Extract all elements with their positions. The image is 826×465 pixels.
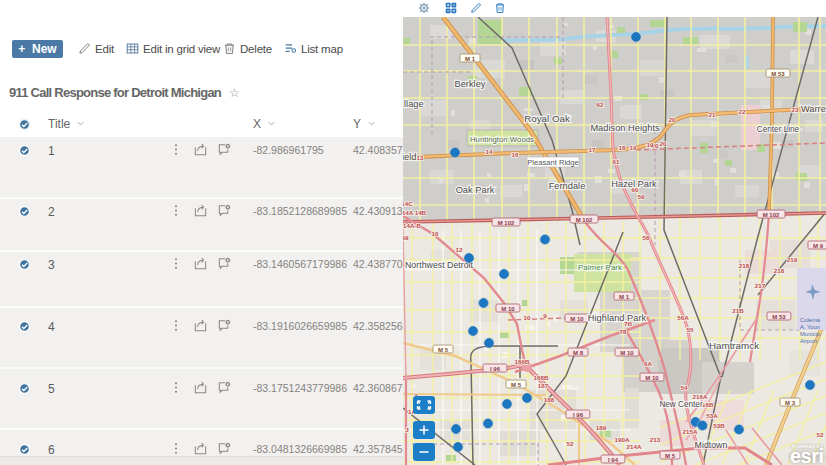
svg-text:M 1: M 1 [465, 56, 476, 62]
svg-text:214A: 214A [627, 443, 642, 450]
svg-text:llage: llage [404, 99, 424, 109]
svg-text:Warren: Warren [801, 104, 826, 114]
svg-text:216A: 216A [693, 393, 708, 400]
svg-text:13: 13 [417, 154, 424, 161]
svg-text:14A-B: 14A-B [403, 222, 421, 229]
svg-text:New Center: New Center [659, 400, 703, 409]
svg-text:M 8: M 8 [573, 350, 584, 356]
svg-text:53A: 53A [706, 412, 718, 419]
svg-text:218: 218 [739, 262, 750, 269]
svg-text:Royal Oak: Royal Oak [524, 113, 570, 124]
svg-text:52: 52 [567, 440, 574, 447]
svg-text:10: 10 [524, 314, 531, 321]
svg-text:M 53: M 53 [771, 71, 785, 77]
svg-text:188: 188 [544, 396, 555, 403]
svg-text:10: 10 [432, 230, 439, 237]
svg-text:Colema: Colema [800, 317, 821, 323]
svg-text:54: 54 [681, 384, 688, 391]
svg-text:field: field [403, 152, 417, 162]
svg-text:20: 20 [660, 140, 667, 147]
svg-text:Madison Heights: Madison Heights [590, 123, 660, 133]
svg-text:J: J [405, 426, 409, 433]
svg-text:17: 17 [589, 146, 596, 153]
svg-text:M 10: M 10 [620, 350, 634, 356]
svg-text:Midtown: Midtown [695, 440, 728, 450]
svg-text:M 5: M 5 [665, 453, 676, 459]
svg-text:14: 14 [486, 148, 493, 155]
svg-text:M 3: M 3 [785, 400, 796, 406]
svg-text:19: 19 [630, 144, 637, 151]
svg-text:218: 218 [774, 267, 785, 274]
svg-text:22: 22 [739, 108, 746, 115]
svg-text:12: 12 [456, 246, 463, 253]
svg-text:19: 19 [647, 141, 654, 148]
svg-text:M 10: M 10 [645, 375, 659, 381]
svg-text:M 10: M 10 [570, 316, 584, 322]
svg-text:219: 219 [787, 256, 798, 263]
svg-text:189: 189 [596, 424, 607, 431]
svg-text:Center Line: Center Line [757, 125, 800, 134]
svg-text:99: 99 [403, 234, 409, 241]
svg-text:A. Youn: A. Youn [800, 324, 820, 330]
svg-text:Huntington Woods: Huntington Woods [470, 135, 534, 144]
svg-text:Municip: Municip [800, 331, 820, 337]
svg-text:Highland Park: Highland Park [588, 313, 647, 323]
svg-text:M 102: M 102 [498, 220, 515, 226]
svg-text:M 5: M 5 [511, 382, 522, 388]
svg-text:58: 58 [643, 234, 650, 241]
svg-text:61: 61 [613, 158, 620, 165]
svg-text:M 5: M 5 [438, 347, 449, 353]
svg-text:M 102: M 102 [576, 217, 593, 223]
svg-text:215A: 215A [683, 428, 698, 435]
svg-text:M 1: M 1 [619, 294, 630, 300]
svg-text:53B: 53B [713, 422, 725, 429]
svg-text:59: 59 [638, 193, 645, 200]
svg-text:21B: 21B [732, 307, 744, 314]
svg-text:190A: 190A [615, 436, 630, 443]
svg-text:78: 78 [620, 328, 627, 335]
svg-text:I 96: I 96 [490, 366, 501, 372]
svg-text:Ferndale: Ferndale [549, 181, 586, 191]
svg-text:M 102: M 102 [763, 212, 780, 218]
svg-text:21: 21 [709, 111, 716, 118]
svg-text:14A 14B: 14A 14B [403, 209, 427, 216]
svg-text:168B: 168B [534, 374, 549, 381]
svg-text:6A: 6A [644, 360, 652, 367]
svg-text:M 9: M 9 [813, 243, 824, 249]
svg-text:I 94: I 94 [608, 457, 619, 463]
svg-text:23: 23 [792, 106, 799, 113]
svg-text:213: 213 [650, 436, 661, 443]
svg-text:187: 187 [538, 382, 549, 389]
svg-text:9: 9 [543, 312, 547, 319]
svg-text:217: 217 [755, 282, 766, 289]
svg-text:Hamtramck: Hamtramck [709, 340, 759, 351]
svg-text:Pleasant Ridge: Pleasant Ridge [527, 158, 579, 167]
svg-text:55: 55 [687, 326, 694, 333]
svg-text:Airport: Airport [800, 338, 817, 344]
svg-text:Oak Park: Oak Park [456, 185, 495, 195]
svg-text:Hazel Park: Hazel Park [611, 179, 657, 189]
svg-text:14C: 14C [403, 200, 413, 207]
svg-text:56A: 56A [677, 314, 689, 321]
svg-text:Berkley: Berkley [454, 79, 485, 89]
svg-text:18: 18 [619, 144, 626, 151]
svg-text:52: 52 [817, 431, 824, 438]
svg-text:62: 62 [597, 101, 604, 108]
svg-text:M 10: M 10 [501, 306, 515, 312]
svg-text:166B: 166B [515, 358, 530, 365]
svg-text:Northwest Detroit: Northwest Detroit [405, 260, 474, 270]
svg-text:Palmer Park: Palmer Park [578, 263, 623, 272]
svg-text:16: 16 [512, 151, 519, 158]
svg-text:20: 20 [669, 116, 676, 123]
svg-text:I 96: I 96 [573, 412, 584, 418]
svg-text:M 53: M 53 [772, 314, 786, 320]
